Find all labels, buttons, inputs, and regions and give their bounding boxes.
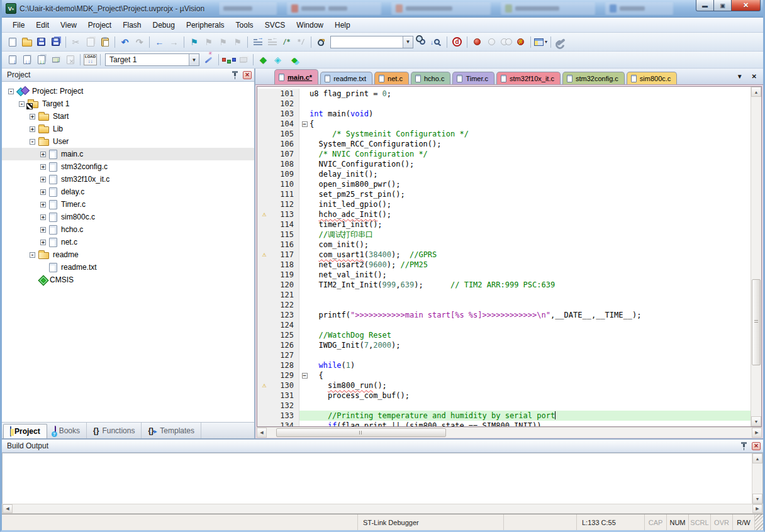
scroll-track[interactable] bbox=[267, 428, 752, 438]
tree-expander-icon[interactable]: - bbox=[19, 101, 25, 107]
menu-file[interactable]: File bbox=[7, 19, 30, 31]
scroll-thumb[interactable] bbox=[752, 279, 761, 365]
search-input[interactable] bbox=[331, 36, 403, 48]
panel-tab-templates[interactable]: {}▸Templates bbox=[142, 423, 201, 438]
tree-item-user[interactable]: -User bbox=[2, 135, 254, 148]
editor-tab-stm32config.c[interactable]: stm32config.c bbox=[562, 72, 625, 84]
menu-peripherals[interactable]: Peripherals bbox=[181, 19, 230, 31]
tree-expander-icon[interactable]: + bbox=[30, 114, 35, 119]
window-layout-button[interactable]: ▾ bbox=[533, 35, 548, 48]
scroll-track[interactable] bbox=[751, 97, 761, 416]
menu-project[interactable]: Project bbox=[82, 19, 117, 31]
tree-expander-icon[interactable]: + bbox=[40, 227, 46, 233]
tree-expander-icon[interactable]: - bbox=[30, 252, 35, 258]
close-file-icon[interactable]: ✕ bbox=[752, 73, 757, 80]
find-in-files-button[interactable] bbox=[314, 35, 328, 48]
menu-tools[interactable]: Tools bbox=[230, 19, 259, 31]
editor-tab-net.c[interactable]: net.c bbox=[374, 72, 409, 84]
new-file-button[interactable] bbox=[5, 35, 20, 48]
close-panel-icon[interactable]: ✕ bbox=[752, 442, 761, 450]
close-panel-icon[interactable]: ✕ bbox=[243, 71, 252, 79]
paste-button[interactable] bbox=[98, 35, 112, 48]
breakpoint-disable-button[interactable] bbox=[484, 35, 499, 48]
tab-list-dropdown-icon[interactable]: ▼ bbox=[737, 73, 743, 80]
fold-collapse-icon[interactable]: − bbox=[299, 119, 310, 129]
back-button[interactable]: ← bbox=[152, 35, 167, 48]
scroll-up-icon[interactable]: ▲ bbox=[752, 453, 762, 463]
scroll-down-icon[interactable]: ▼ bbox=[751, 416, 761, 426]
editor-tab-readme.txt[interactable]: readme.txt bbox=[320, 72, 372, 84]
editor-tab-timer.c[interactable]: Timer.c bbox=[452, 72, 494, 84]
manage-layers-button[interactable] bbox=[236, 53, 250, 67]
redo-button[interactable]: ↷ bbox=[132, 35, 147, 48]
tree-item-timer.c[interactable]: +Timer.c bbox=[2, 198, 254, 211]
start-stop-debug-button[interactable]: d bbox=[450, 35, 464, 48]
tree-expander-icon[interactable]: + bbox=[40, 214, 46, 220]
batch-build-button[interactable]: ↓ bbox=[48, 53, 63, 67]
scroll-left-icon[interactable]: ◀ bbox=[257, 428, 267, 438]
tree-item-readme.txt[interactable]: readme.txt bbox=[2, 261, 254, 274]
indent-right-button[interactable] bbox=[250, 35, 265, 48]
search-combobox[interactable]: ▼ bbox=[330, 36, 413, 48]
tree-expander-icon[interactable]: + bbox=[40, 202, 46, 208]
breakpoint-enable-all-button[interactable] bbox=[499, 35, 513, 48]
scroll-down-icon[interactable]: ▼ bbox=[752, 494, 762, 504]
indent-left-button[interactable] bbox=[265, 35, 279, 48]
menu-edit[interactable]: Edit bbox=[30, 19, 55, 31]
code-text[interactable]: 101u8 flag_print = 0;102103int main(void… bbox=[257, 87, 751, 426]
forward-button[interactable]: → bbox=[167, 35, 181, 48]
manage-project-items-button[interactable] bbox=[221, 53, 236, 67]
close-button[interactable]: ✕ bbox=[732, 0, 761, 11]
breakpoint-insert-button[interactable] bbox=[470, 35, 484, 48]
panel-tab-project[interactable]: Project bbox=[3, 424, 47, 438]
target-select-combobox[interactable]: Target 1▼ bbox=[105, 53, 199, 66]
copy-button[interactable] bbox=[83, 35, 98, 48]
tree-expander-icon[interactable]: + bbox=[40, 152, 46, 157]
combo-dropdown-icon[interactable]: ▼ bbox=[189, 54, 199, 65]
cut-button[interactable]: ✂ bbox=[69, 35, 83, 48]
tree-item-stm32config.c[interactable]: +stm32config.c bbox=[2, 160, 254, 173]
scroll-right-icon[interactable]: ▶ bbox=[752, 504, 762, 513]
load-button[interactable]: LOAD↓↓ bbox=[83, 53, 98, 67]
combo-dropdown-icon[interactable]: ▼ bbox=[403, 36, 413, 48]
editor-tab-stm32f10x_it.c[interactable]: stm32f10x_it.c bbox=[496, 72, 561, 84]
tree-expander-icon[interactable]: + bbox=[30, 126, 35, 132]
incremental-find-button[interactable] bbox=[430, 35, 444, 48]
panel-tab-functions[interactable]: {}Functions bbox=[87, 423, 142, 438]
tree-expander-icon[interactable]: + bbox=[40, 177, 46, 182]
menu-flash[interactable]: Flash bbox=[117, 19, 147, 31]
translate-button[interactable]: ↓ bbox=[5, 53, 20, 67]
undo-button[interactable]: ↶ bbox=[118, 35, 132, 48]
tree-item-delay.c[interactable]: +delay.c bbox=[2, 186, 254, 198]
rebuild-button[interactable]: ↓↓ bbox=[34, 53, 48, 67]
menu-window[interactable]: Window bbox=[291, 19, 329, 31]
menu-svcs[interactable]: SVCS bbox=[259, 19, 291, 31]
save-button[interactable] bbox=[34, 35, 48, 48]
build-button[interactable]: ↓↓ bbox=[20, 53, 34, 67]
options-for-target-button[interactable] bbox=[201, 53, 216, 67]
editor-tab-hcho.c[interactable]: hcho.c bbox=[411, 72, 450, 84]
resize-grip[interactable] bbox=[755, 514, 763, 530]
save-all-button[interactable] bbox=[48, 35, 63, 48]
scroll-up-icon[interactable]: ▲ bbox=[751, 87, 761, 97]
scroll-thumb[interactable] bbox=[276, 428, 446, 437]
menu-help[interactable]: Help bbox=[329, 19, 356, 31]
comment-selection-button[interactable]: /* bbox=[279, 35, 294, 48]
stop-build-button[interactable]: ✕ bbox=[63, 53, 77, 67]
pin-icon[interactable] bbox=[232, 71, 238, 79]
find-in-files-doc-button[interactable] bbox=[415, 35, 430, 48]
tree-item-start[interactable]: +Start bbox=[2, 110, 254, 123]
bookmark-next-button[interactable]: ⚑ bbox=[216, 35, 230, 48]
breakpoint-kill-all-button[interactable]: ✗ bbox=[513, 35, 528, 48]
bookmark-prev-button[interactable]: ⚑ bbox=[201, 35, 216, 48]
target-select-value[interactable]: Target 1 bbox=[106, 54, 189, 65]
editor-tab-main.c[interactable]: main.c* bbox=[274, 69, 318, 84]
bookmark-toggle-button[interactable]: ⚑ bbox=[187, 35, 201, 48]
menu-debug[interactable]: Debug bbox=[147, 19, 181, 31]
tree-item-sim800c.c[interactable]: +sim800c.c bbox=[2, 211, 254, 223]
scroll-right-icon[interactable]: ▶ bbox=[752, 428, 762, 438]
open-button[interactable] bbox=[20, 35, 34, 48]
tree-expander-icon[interactable]: + bbox=[40, 189, 46, 195]
minimize-button[interactable]: ▬ bbox=[696, 0, 714, 11]
tree-item-readme[interactable]: -readme bbox=[2, 248, 254, 261]
